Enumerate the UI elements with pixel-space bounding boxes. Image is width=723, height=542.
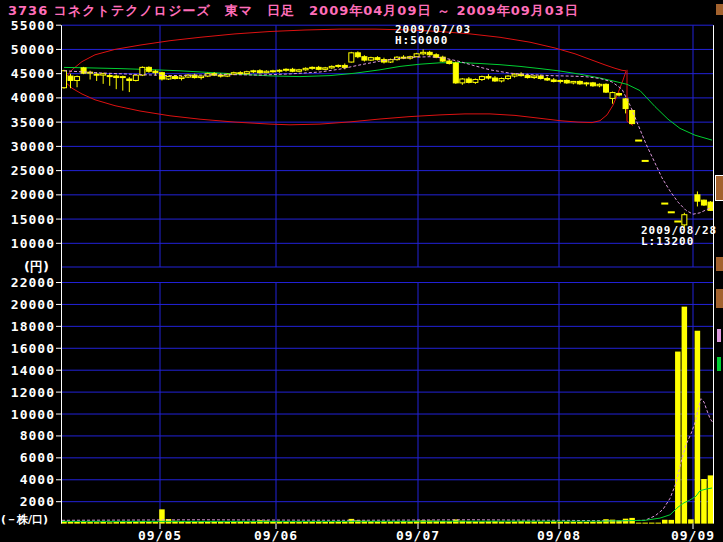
candlestick	[310, 67, 315, 68]
volume-bar	[283, 522, 289, 524]
high-annotation: 2009/07/03 H:50000	[395, 24, 471, 46]
candlestick	[630, 111, 635, 124]
candlestick	[329, 66, 334, 67]
volume-bar	[87, 522, 93, 524]
volume-bar	[225, 522, 231, 524]
candlestick	[466, 79, 471, 82]
volume-bar	[512, 522, 518, 524]
volume-bar	[146, 522, 152, 524]
candlestick	[532, 76, 537, 77]
candlestick	[610, 93, 615, 99]
candlestick	[297, 70, 302, 71]
screen-edge-artifact	[717, 329, 721, 342]
volume-bar	[107, 522, 113, 523]
candlestick	[270, 71, 275, 72]
y-axis-tick-label: 35000	[11, 115, 55, 130]
candlestick	[479, 77, 484, 80]
volume-bar	[296, 522, 302, 524]
candlestick	[277, 70, 282, 71]
candlestick	[577, 81, 582, 83]
candlestick	[695, 195, 700, 201]
volume-bar	[113, 522, 119, 524]
low-annotation: 2009/08/28 L:13200	[641, 225, 717, 247]
limit-mark	[642, 160, 649, 162]
y-axis-tick-label: 16000	[11, 341, 55, 356]
candlestick	[460, 79, 465, 83]
candlestick	[153, 71, 158, 72]
candlestick	[486, 77, 491, 78]
candlestick	[355, 53, 360, 57]
volume-bar	[571, 522, 577, 524]
volume-bar	[538, 522, 544, 524]
candlestick	[506, 76, 511, 78]
volume-bar	[100, 522, 106, 524]
volume-bar	[244, 522, 250, 524]
candlestick	[538, 76, 543, 78]
volume-bar	[120, 522, 126, 524]
volume-bar	[544, 522, 550, 524]
candlestick	[473, 79, 478, 82]
y-axis-tick-label: 45000	[11, 66, 55, 81]
candlestick	[545, 79, 550, 80]
volume-bar	[590, 522, 596, 524]
candlestick	[525, 76, 530, 78]
y-axis-tick-label: 4000	[20, 472, 55, 487]
y-axis-tick-label: 30000	[11, 139, 55, 154]
volume-bar	[662, 520, 668, 524]
candlestick	[349, 53, 354, 62]
y-axis-tick-label: 20000	[11, 187, 55, 202]
candlestick	[427, 52, 432, 54]
y-axis-tick-label: 20000	[11, 297, 55, 312]
volume-bar	[336, 522, 342, 524]
candlestick	[244, 72, 249, 74]
volume-bar	[316, 522, 322, 524]
candlestick	[146, 67, 151, 71]
candlestick	[264, 71, 269, 72]
candlestick	[114, 76, 119, 77]
volume-bar	[564, 522, 570, 524]
candlestick	[564, 80, 569, 82]
candlestick	[290, 69, 295, 71]
volume-bar	[192, 522, 198, 524]
y-axis-tick-label: 55000	[11, 18, 55, 33]
volume-bar	[251, 522, 257, 524]
candlestick	[597, 84, 602, 85]
candlestick	[284, 69, 289, 70]
candlestick	[68, 76, 73, 80]
volume-bar	[649, 523, 655, 524]
limit-mark	[674, 221, 681, 223]
candlestick	[421, 52, 426, 53]
candlestick	[94, 74, 99, 75]
volume-bar	[322, 522, 328, 524]
candlestick	[323, 68, 328, 69]
volume-bar	[231, 522, 237, 524]
candlestick	[551, 80, 556, 81]
candlestick	[159, 73, 164, 79]
volume-bar	[238, 522, 244, 524]
volume-bar	[597, 522, 603, 524]
volume-bar	[688, 519, 694, 523]
volume-bar	[388, 522, 394, 524]
y-axis-tick-label: 15000	[11, 212, 55, 227]
volume-bar	[218, 522, 224, 524]
bollinger-upper-line	[64, 29, 626, 79]
candlestick	[238, 73, 243, 74]
volume-bar	[636, 523, 642, 524]
volume-bar	[708, 475, 714, 523]
volume-bar	[277, 522, 283, 524]
volume-bar	[642, 523, 648, 524]
candlestick	[558, 80, 563, 81]
candlestick	[316, 67, 321, 69]
volume-bar	[185, 522, 191, 524]
volume-bar	[558, 522, 564, 524]
high-annotation-value: H:50000	[395, 35, 471, 46]
volume-bar	[133, 522, 139, 524]
y-axis-tick-label: 10000	[11, 236, 55, 251]
candlestick	[447, 61, 452, 63]
limit-mark	[635, 140, 642, 142]
volume-bar	[675, 352, 681, 524]
y-axis-tick-label: 10000	[11, 407, 55, 422]
volume-bar	[473, 521, 479, 523]
candlestick	[362, 57, 367, 60]
x-axis-tick-label: 09/07	[396, 528, 440, 542]
